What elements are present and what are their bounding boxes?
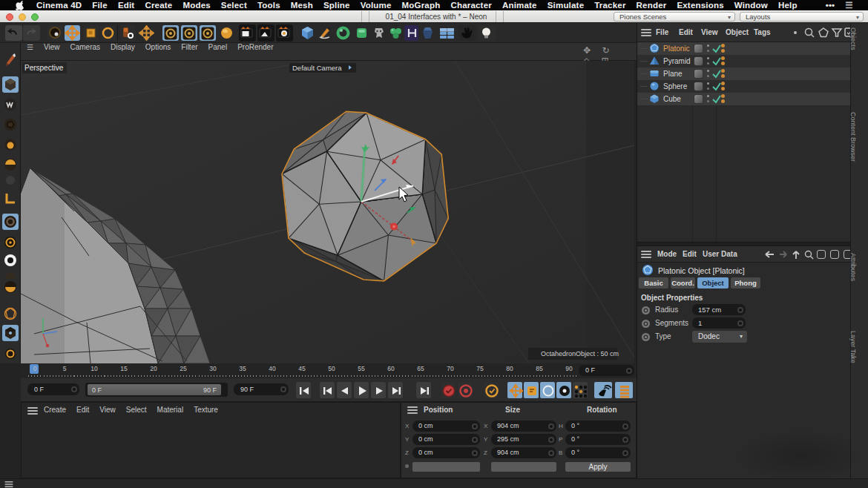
- svg-text:Perspective: Perspective: [24, 64, 64, 72]
- svg-text:Default Camera: Default Camera: [292, 64, 342, 72]
- svg-text:OctahedronObject : 50 cm: OctahedronObject : 50 cm: [541, 350, 619, 357]
